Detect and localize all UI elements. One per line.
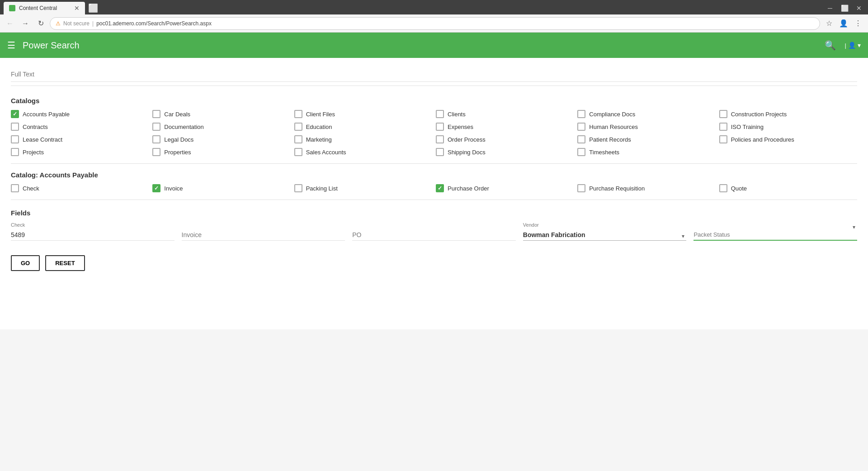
header-search-icon[interactable]: 🔍 bbox=[825, 40, 836, 51]
refresh-button[interactable]: ↻ bbox=[34, 17, 47, 30]
catalog-label-compliance-docs[interactable]: Compliance Docs bbox=[589, 111, 635, 118]
catalog-label-education[interactable]: Education bbox=[306, 124, 332, 130]
catalog-checkbox-client-files[interactable] bbox=[294, 110, 302, 118]
catalog-item-compliance-docs: Compliance Docs bbox=[577, 110, 715, 118]
catalog-label-human-resources[interactable]: Human Resources bbox=[589, 124, 638, 130]
browser-tab-active[interactable]: Content Central ✕ bbox=[4, 2, 85, 14]
catalog-checkbox-sales-accounts[interactable] bbox=[294, 148, 302, 156]
ap-label-purchase-order[interactable]: Purchase Order bbox=[448, 185, 489, 192]
catalog-item-legal-docs: Legal Docs bbox=[152, 135, 290, 143]
full-text-input[interactable] bbox=[11, 67, 857, 82]
catalog-item-iso-training: ISO Training bbox=[719, 123, 857, 131]
bookmark-icon[interactable]: ☆ bbox=[823, 17, 835, 30]
po-field-input[interactable] bbox=[352, 229, 516, 241]
catalog-checkbox-patient-records[interactable] bbox=[577, 135, 585, 143]
security-label: Not secure bbox=[63, 20, 90, 27]
ap-checkbox-purchase-order[interactable] bbox=[436, 184, 444, 192]
ap-item-purchase-order: Purchase Order bbox=[436, 184, 574, 192]
back-button[interactable]: ← bbox=[4, 17, 16, 30]
catalog-label-documentation[interactable]: Documentation bbox=[164, 124, 203, 130]
catalog-label-legal-docs[interactable]: Legal Docs bbox=[164, 136, 193, 143]
catalog-label-policies-procedures[interactable]: Policies and Procedures bbox=[731, 136, 794, 143]
packet-status-input[interactable] bbox=[693, 229, 857, 241]
vendor-select[interactable]: Bowman Fabrication Other Vendor bbox=[523, 229, 687, 241]
ap-label-packing-list[interactable]: Packing List bbox=[306, 185, 338, 192]
catalog-checkbox-properties[interactable] bbox=[152, 148, 160, 156]
catalog-label-patient-records[interactable]: Patient Records bbox=[589, 136, 631, 143]
catalog-item-projects: Projects bbox=[11, 148, 149, 156]
buttons-row: GO RESET bbox=[11, 255, 857, 271]
catalog-item-patient-records: Patient Records bbox=[577, 135, 715, 143]
new-tab-button[interactable]: ⬜ bbox=[87, 2, 99, 14]
catalog-label-car-deals[interactable]: Car Deals bbox=[164, 111, 190, 118]
catalog-label-projects[interactable]: Projects bbox=[23, 149, 44, 156]
ap-label-purchase-requisition[interactable]: Purchase Requisition bbox=[589, 185, 645, 192]
invoice-field-input[interactable] bbox=[182, 229, 345, 241]
forward-button[interactable]: → bbox=[19, 17, 32, 30]
catalog-checkbox-timesheets[interactable] bbox=[577, 148, 585, 156]
catalog-label-order-process[interactable]: Order Process bbox=[448, 136, 486, 143]
catalog-checkbox-iso-training[interactable] bbox=[719, 123, 727, 131]
catalog-label-clients[interactable]: Clients bbox=[448, 111, 466, 118]
catalog-label-properties[interactable]: Properties bbox=[164, 149, 191, 156]
fields-section-title: Fields bbox=[11, 209, 857, 217]
catalog-checkbox-compliance-docs[interactable] bbox=[577, 110, 585, 118]
catalog-item-documentation: Documentation bbox=[152, 123, 290, 131]
catalog-checkbox-order-process[interactable] bbox=[436, 135, 444, 143]
ap-item-packing-list: Packing List bbox=[294, 184, 432, 192]
catalog-label-shipping-docs[interactable]: Shipping Docs bbox=[448, 149, 486, 156]
profile-icon[interactable]: 👤 bbox=[837, 17, 850, 30]
catalog-label-lease-contract[interactable]: Lease Contract bbox=[23, 136, 62, 143]
catalog-checkbox-policies-procedures[interactable] bbox=[719, 135, 727, 143]
user-menu[interactable]: 👤 ▾ bbox=[848, 42, 861, 49]
catalog-checkbox-car-deals[interactable] bbox=[152, 110, 160, 118]
catalog-label-sales-accounts[interactable]: Sales Accounts bbox=[306, 149, 346, 156]
ap-label-invoice[interactable]: Invoice bbox=[164, 185, 183, 192]
catalog-item-shipping-docs: Shipping Docs bbox=[436, 148, 574, 156]
go-button[interactable]: GO bbox=[11, 255, 40, 271]
ap-checkbox-quote[interactable] bbox=[719, 184, 727, 192]
ap-item-invoice: Invoice bbox=[152, 184, 290, 192]
ap-label-check[interactable]: Check bbox=[23, 185, 39, 192]
catalog-checkbox-construction-projects[interactable] bbox=[719, 110, 727, 118]
catalog-checkbox-shipping-docs[interactable] bbox=[436, 148, 444, 156]
tab-close-icon[interactable]: ✕ bbox=[74, 5, 80, 12]
catalog-checkbox-contracts[interactable] bbox=[11, 123, 19, 131]
catalog-checkbox-projects[interactable] bbox=[11, 148, 19, 156]
catalog-label-marketing[interactable]: Marketing bbox=[306, 136, 332, 143]
catalogs-section-title: Catalogs bbox=[11, 97, 857, 105]
minimize-button[interactable]: ─ bbox=[823, 1, 837, 15]
catalog-label-timesheets[interactable]: Timesheets bbox=[589, 149, 619, 156]
ap-checkbox-invoice[interactable] bbox=[152, 184, 160, 192]
catalog-label-iso-training[interactable]: ISO Training bbox=[731, 124, 764, 130]
address-bar[interactable]: ⚠ Not secure | poc01.ademero.com/Search/… bbox=[50, 17, 820, 30]
catalog-checkbox-human-resources[interactable] bbox=[577, 123, 585, 131]
menu-icon[interactable]: ⋮ bbox=[852, 17, 864, 30]
catalog-checkbox-education[interactable] bbox=[294, 123, 302, 131]
ap-checkbox-packing-list[interactable] bbox=[294, 184, 302, 192]
ap-checkbox-purchase-requisition[interactable] bbox=[577, 184, 585, 192]
catalog-label-contracts[interactable]: Contracts bbox=[23, 124, 48, 130]
catalog-item-lease-contract: Lease Contract bbox=[11, 135, 149, 143]
catalog-label-expenses[interactable]: Expenses bbox=[448, 124, 473, 130]
close-button[interactable]: ✕ bbox=[852, 1, 866, 15]
catalog-ap-grid: CheckInvoicePacking ListPurchase OrderPu… bbox=[11, 184, 857, 192]
tab-title: Content Central bbox=[19, 5, 57, 11]
catalog-checkbox-accounts-payable[interactable] bbox=[11, 110, 19, 118]
restore-button[interactable]: ⬜ bbox=[837, 1, 852, 15]
catalog-checkbox-lease-contract[interactable] bbox=[11, 135, 19, 143]
ap-checkbox-check[interactable] bbox=[11, 184, 19, 192]
catalog-checkbox-clients[interactable] bbox=[436, 110, 444, 118]
check-field-input[interactable] bbox=[11, 229, 175, 241]
catalog-item-clients: Clients bbox=[436, 110, 574, 118]
reset-button[interactable]: RESET bbox=[45, 255, 85, 271]
catalog-label-client-files[interactable]: Client Files bbox=[306, 111, 335, 118]
catalog-label-accounts-payable[interactable]: Accounts Payable bbox=[23, 111, 70, 118]
catalog-checkbox-documentation[interactable] bbox=[152, 123, 160, 131]
hamburger-menu-icon[interactable]: ☰ bbox=[7, 40, 15, 51]
ap-label-quote[interactable]: Quote bbox=[731, 185, 747, 192]
catalog-checkbox-expenses[interactable] bbox=[436, 123, 444, 131]
catalog-checkbox-marketing[interactable] bbox=[294, 135, 302, 143]
catalog-checkbox-legal-docs[interactable] bbox=[152, 135, 160, 143]
catalog-label-construction-projects[interactable]: Construction Projects bbox=[731, 111, 787, 118]
